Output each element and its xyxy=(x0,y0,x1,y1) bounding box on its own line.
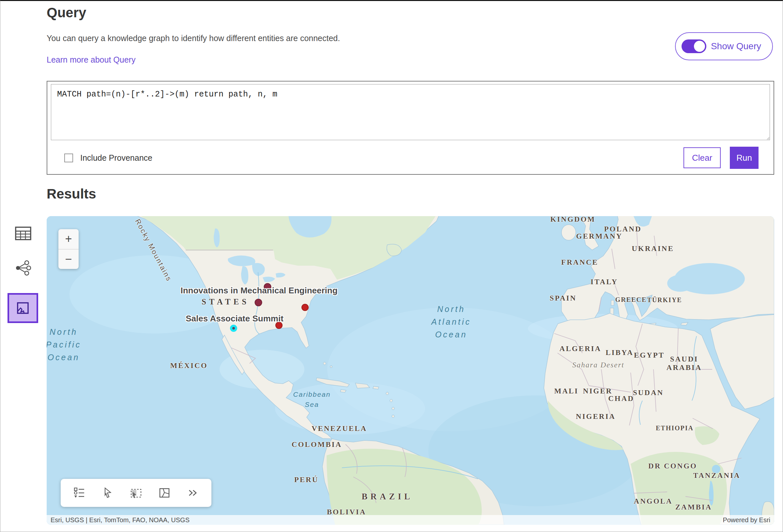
map-label: Caribbean Sea xyxy=(293,389,331,409)
zoom-in-button[interactable]: + xyxy=(58,229,79,249)
legend-list-icon[interactable] xyxy=(73,487,86,499)
toggle-switch-icon[interactable] xyxy=(682,39,706,53)
powered-by-esri: Powered by Esri xyxy=(723,517,770,524)
results-view-switcher xyxy=(7,226,39,323)
map-label: VENEZUELA xyxy=(312,425,367,433)
tab-link-chart-view[interactable] xyxy=(7,260,39,276)
tab-table-view[interactable] xyxy=(7,226,39,241)
tab-map-view[interactable] xyxy=(7,293,38,323)
query-panel: MATCH path=(n)-[r*..2]->(m) return path,… xyxy=(46,81,774,175)
map-label: PERÚ xyxy=(294,476,319,484)
map-label: MALI xyxy=(554,387,579,395)
page: { "header": { "title": "Query", "descrip… xyxy=(0,0,783,532)
link-chart-icon xyxy=(15,260,31,276)
map-label: LIBYA xyxy=(605,348,634,357)
map-label: KINGDOM xyxy=(551,216,596,224)
map-label: SUDAN xyxy=(633,389,664,397)
map-label: CHAD xyxy=(608,394,634,403)
map-label: Sahara Desert xyxy=(572,361,624,369)
map-label: SPAIN xyxy=(550,294,576,302)
map-label: STATES xyxy=(201,297,249,306)
include-provenance-checkbox[interactable] xyxy=(64,154,73,162)
map-label: Rocky Mountains xyxy=(133,218,173,283)
more-tools-icon[interactable] xyxy=(187,487,199,499)
map-label: DR CONGO xyxy=(648,462,697,470)
run-button[interactable]: Run xyxy=(730,147,758,169)
map-toolbar xyxy=(61,479,211,507)
map-label: ALGERIA xyxy=(560,344,601,353)
map-label: GREECE xyxy=(615,296,647,303)
map-label: EGYPT xyxy=(634,351,664,360)
map-attribution: Esri, USGS | Esri, TomTom, FAO, NOAA, US… xyxy=(46,515,774,525)
map-view[interactable]: KINGDOMPOLANDGERMANYUKRAINEFRANCEITALYSP… xyxy=(46,216,774,525)
map-label: North Pacific Ocean xyxy=(46,326,81,364)
event-label: Innovations in Mechanical Engineering xyxy=(180,286,337,296)
map-label: TÜRKIYE xyxy=(647,296,682,304)
map-label: FRANCE xyxy=(561,258,598,267)
learn-more-link[interactable]: Learn more about Query xyxy=(46,55,135,65)
map-label: ETHIOPIA xyxy=(656,425,694,432)
map-label: ANGOLA xyxy=(634,497,673,506)
map-label: UKRAINE xyxy=(632,244,674,253)
map-label: BRAZIL xyxy=(362,492,413,502)
map-zoom-control: + − xyxy=(58,229,79,269)
map-label: MÉXICO xyxy=(170,362,208,370)
map-icon xyxy=(15,300,31,316)
attribution-sources: Esri, USGS | Esri, TomTom, FAO, NOAA, US… xyxy=(51,517,190,524)
event-label: Sales Associate Summit xyxy=(186,313,283,324)
show-query-toggle[interactable]: Show Query xyxy=(675,32,773,60)
query-controls: Include Provenance Clear Run xyxy=(47,141,774,174)
query-input[interactable]: MATCH path=(n)-[r*..2]->(m) return path,… xyxy=(51,84,770,140)
map-label: NIGERIA xyxy=(576,412,616,421)
include-provenance-label: Include Provenance xyxy=(80,153,152,163)
page-title: Query xyxy=(46,5,86,21)
rectangle-select-icon[interactable] xyxy=(129,487,143,499)
show-query-label: Show Query xyxy=(711,41,761,52)
page-description: You can query a knowledge graph to ident… xyxy=(46,34,340,43)
map-label: SAUDI ARABIA xyxy=(666,355,702,372)
table-icon xyxy=(15,226,32,241)
toggle-knob xyxy=(694,41,705,52)
map-label: ZAMBIA xyxy=(675,503,712,511)
lasso-select-icon[interactable] xyxy=(158,487,170,499)
zoom-out-button[interactable]: − xyxy=(58,250,79,269)
pointer-select-icon[interactable] xyxy=(101,487,114,499)
map-label: North Atlantic Ocean xyxy=(431,303,471,341)
clear-button[interactable]: Clear xyxy=(684,147,721,168)
map-label: COLOMBIA xyxy=(292,440,342,449)
map-label: TANZANIA xyxy=(693,471,741,480)
map-label: GERMANY xyxy=(576,232,623,240)
map-labels-layer: KINGDOMPOLANDGERMANYUKRAINEFRANCEITALYSP… xyxy=(46,216,774,525)
results-title: Results xyxy=(46,186,96,202)
map-label: ITALY xyxy=(591,278,618,286)
